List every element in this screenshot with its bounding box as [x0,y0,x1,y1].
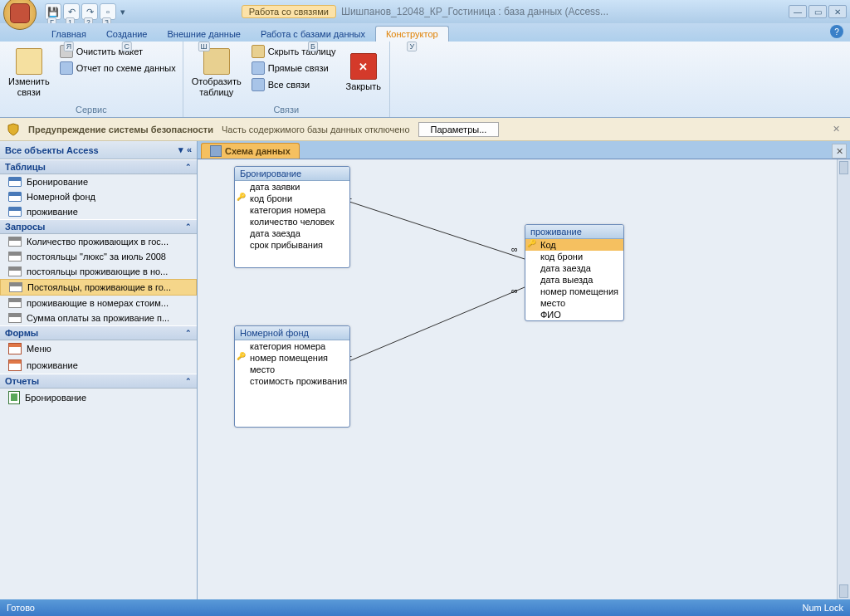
close-button[interactable]: ✕ [828,5,847,18]
nav-item[interactable]: Бронирование [0,174,197,189]
status-numlock: Num Lock [802,603,843,613]
nav-section-tables[interactable]: Таблицы⌃ [0,159,197,174]
tab-external-data[interactable]: Внешние данныеШ [158,27,251,42]
doc-tab-close[interactable]: ✕ [832,144,847,159]
nav-section-forms[interactable]: Формы⌃ [0,325,197,340]
group-title-relations: Связи [187,104,386,115]
pencil-icon [16,48,42,75]
show-table-button[interactable]: Отобразить таблицу [187,43,247,103]
frm-icon-icon [8,343,22,354]
collapse-pane-icon[interactable]: « [187,144,192,155]
table-field[interactable]: код брони [235,193,349,204]
hide-table-button[interactable]: Скрыть таблицу [248,43,340,60]
table-field[interactable]: ФИО [525,309,623,320]
nav-item[interactable]: Меню [0,340,197,357]
table-title[interactable]: Номерной фонд [235,326,349,340]
tbl-icon-icon [8,207,22,217]
nav-item[interactable]: постояльцы проживающие в но... [0,264,197,279]
tab-database-tools[interactable]: Работа с базами данныхБ [251,27,375,42]
caret-icon: ⌃ [185,222,192,231]
qat-undo[interactable]: ↶1 [63,3,80,20]
table-title[interactable]: проживание [525,225,623,239]
svg-line-0 [347,201,525,259]
relationships-diagram[interactable]: 1 ∞ 1 ∞ Бронирование дата заявкикод брон… [198,159,850,599]
table-field[interactable]: место [235,364,349,375]
doc-tab-schema[interactable]: Схема данных [201,143,300,159]
table-field[interactable]: количество человек [235,216,349,227]
nav-section-queries[interactable]: Запросы⌃ [0,219,197,234]
table-stay[interactable]: проживание Кодкод бронидата заездадата в… [525,224,624,321]
nav-item[interactable]: проживание [0,204,197,219]
ribbon-group-service: Изменить связи Очистить макет Отчет по с… [0,42,183,117]
security-close-button[interactable]: ✕ [828,122,843,137]
nav-section-reports[interactable]: Отчеты⌃ [0,374,197,389]
qat-customize[interactable]: ▾ [118,3,128,20]
document-tabs: Схема данных ✕ [198,141,850,159]
close-relations-button[interactable]: Закрыть [341,43,386,103]
svg-line-1 [347,287,525,362]
nav-item[interactable]: Бронирование [0,389,197,407]
relationships-report-button[interactable]: Отчет по схеме данных [56,60,179,76]
show-table-icon [203,48,230,75]
table-field[interactable]: дата выезда [525,274,623,286]
all-relations-button[interactable]: Все связи [248,76,340,93]
tab-home[interactable]: ГлавнаяЯ [42,27,96,42]
main-area: Все объекты Access ▾« Таблицы⌃ Бронирова… [0,141,850,599]
report-icon [60,61,73,75]
table-field[interactable]: категория номера [235,340,349,352]
clear-layout-button[interactable]: Очистить макет [56,43,179,60]
table-field[interactable]: Код [525,239,623,251]
table-title[interactable]: Бронирование [235,167,349,181]
table-field[interactable]: категория номера [235,204,349,216]
cardinality-many: ∞ [511,244,518,254]
table-field[interactable]: дата заезда [235,227,349,239]
qry-icon-icon [9,282,22,292]
nav-item[interactable]: Номерной фонд [0,189,197,204]
nav-item[interactable]: проживание [0,357,197,374]
table-field[interactable]: срок прибывания [235,239,349,251]
nav-item[interactable]: Постояльцы, проживающие в го... [0,279,197,296]
table-rooms[interactable]: Номерной фонд категория номераномер поме… [234,325,350,428]
table-booking[interactable]: Бронирование дата заявкикод броникатегор… [234,166,350,268]
direct-relations-button[interactable]: Прямые связи [248,60,340,76]
nav-item[interactable]: проживающие в номерах стоим... [0,296,197,310]
title-bar: 💾Г ↶1 ↷2 ▫3 ▾ Работа со связями Шишпанов… [0,0,850,23]
chevron-down-icon[interactable]: ▾ [178,144,183,155]
ribbon-tabs: ГлавнаяЯ СозданиеС Внешние данныеШ Работ… [0,23,850,42]
qry-icon-icon [8,252,22,262]
qry-icon-icon [8,313,22,323]
qat-redo[interactable]: ↷2 [81,3,98,20]
tab-create[interactable]: СозданиеС [96,27,158,42]
table-field[interactable]: номер помещения [525,286,623,297]
document-area: Схема данных ✕ 1 ∞ 1 ∞ Бронирование дата… [198,141,850,599]
minimize-button[interactable]: — [789,5,807,18]
restore-button[interactable]: ▭ [808,5,827,18]
table-field[interactable]: место [525,297,623,309]
table-field[interactable]: дата заезда [525,262,623,274]
nav-item[interactable]: Количество проживающих в гос... [0,234,197,249]
ribbon-group-relations: Отобразить таблицу Скрыть таблицу Прямые… [183,42,390,117]
nav-item-label: Количество проживающих в гос... [27,237,169,247]
frm-icon-icon [8,359,22,371]
qat-item-4[interactable]: ▫3 [100,3,116,20]
group-title-service: Сервис [3,104,179,115]
vertical-scrollbar[interactable] [837,159,850,599]
edit-relationships-button[interactable]: Изменить связи [3,43,55,103]
help-button[interactable]: ? [830,25,843,38]
table-field[interactable]: дата заявки [235,181,349,193]
nav-item-label: Номерной фонд [27,192,95,202]
document-title: Шишпанов_12048_КР_Гостиница : база данны… [341,6,608,17]
nav-item[interactable]: постояльцы "люкс" за июль 2008 [0,249,197,264]
security-title: Предупреждение системы безопасности [28,125,213,134]
table-field[interactable]: код брони [525,251,623,262]
caret-icon: ⌃ [185,163,192,171]
nav-item-label: Сумма оплаты за проживание п... [27,313,169,323]
nav-header[interactable]: Все объекты Access ▾« [0,141,197,159]
security-options-button[interactable]: Параметры... [418,122,500,137]
table-field[interactable]: номер помещения [235,352,349,364]
qat-save[interactable]: 💾Г [45,3,61,20]
tab-design[interactable]: КонструкторУ [375,26,449,42]
table-field[interactable]: стоимость проживания [235,375,349,387]
nav-item[interactable]: Сумма оплаты за проживание п... [0,310,197,325]
caret-icon: ⌃ [185,377,192,385]
